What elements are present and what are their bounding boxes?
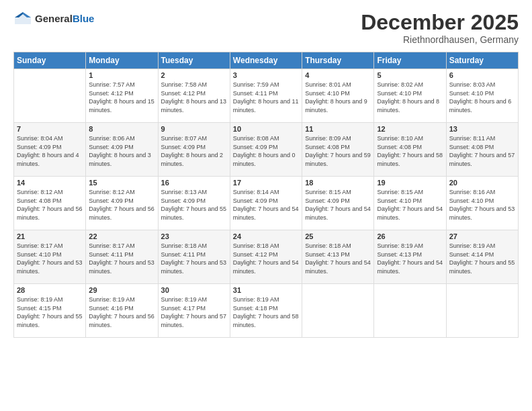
table-row: 28 Sunrise: 8:19 AMSunset: 4:15 PMDaylig… bbox=[14, 284, 86, 338]
table-row: 16 Sunrise: 8:13 AMSunset: 4:09 PMDaylig… bbox=[158, 177, 230, 230]
col-monday: Monday bbox=[86, 52, 158, 69]
table-row: 25 Sunrise: 8:18 AMSunset: 4:13 PMDaylig… bbox=[302, 230, 374, 284]
table-row bbox=[14, 69, 86, 123]
day-number: 25 bbox=[305, 232, 371, 240]
day-info: Sunrise: 8:03 AMSunset: 4:10 PMDaylight:… bbox=[449, 81, 515, 114]
day-info: Sunrise: 8:04 AMSunset: 4:09 PMDaylight:… bbox=[17, 134, 83, 168]
day-number: 1 bbox=[89, 71, 154, 79]
day-number: 4 bbox=[305, 71, 371, 79]
table-row: 30 Sunrise: 8:19 AMSunset: 4:17 PMDaylig… bbox=[158, 284, 230, 338]
day-number: 22 bbox=[89, 232, 154, 240]
day-info: Sunrise: 8:09 AMSunset: 4:08 PMDaylight:… bbox=[305, 134, 371, 168]
day-info: Sunrise: 8:08 AMSunset: 4:09 PMDaylight:… bbox=[233, 134, 299, 168]
table-row: 8 Sunrise: 8:06 AMSunset: 4:09 PMDayligh… bbox=[86, 123, 158, 177]
calendar-week-row: 21 Sunrise: 8:17 AMSunset: 4:10 PMDaylig… bbox=[14, 230, 519, 284]
day-number: 10 bbox=[233, 125, 299, 133]
day-info: Sunrise: 8:14 AMSunset: 4:09 PMDaylight:… bbox=[233, 188, 299, 222]
table-row: 24 Sunrise: 8:18 AMSunset: 4:12 PMDaylig… bbox=[230, 230, 302, 284]
day-info: Sunrise: 8:07 AMSunset: 4:09 PMDaylight:… bbox=[161, 134, 227, 168]
title-block: December 2025 Riethnordhausen, Germany bbox=[361, 11, 519, 45]
day-number: 24 bbox=[233, 232, 299, 240]
table-row bbox=[302, 284, 374, 338]
table-row bbox=[374, 284, 446, 338]
col-friday: Friday bbox=[374, 52, 446, 69]
day-info: Sunrise: 8:12 AMSunset: 4:09 PMDaylight:… bbox=[89, 188, 154, 222]
day-number: 12 bbox=[377, 125, 443, 133]
day-info: Sunrise: 7:57 AMSunset: 4:12 PMDaylight:… bbox=[89, 81, 154, 114]
day-info: Sunrise: 8:17 AMSunset: 4:10 PMDaylight:… bbox=[17, 242, 83, 275]
day-info: Sunrise: 8:02 AMSunset: 4:10 PMDaylight:… bbox=[377, 81, 443, 114]
day-info: Sunrise: 8:19 AMSunset: 4:16 PMDaylight:… bbox=[89, 295, 154, 329]
logo-blue: Blue bbox=[73, 13, 95, 24]
logo: General Blue bbox=[13, 11, 94, 26]
day-number: 20 bbox=[449, 179, 515, 187]
day-info: Sunrise: 8:01 AMSunset: 4:10 PMDaylight:… bbox=[305, 81, 371, 114]
day-number: 30 bbox=[161, 286, 227, 294]
day-info: Sunrise: 8:06 AMSunset: 4:09 PMDaylight:… bbox=[89, 134, 154, 168]
day-info: Sunrise: 8:17 AMSunset: 4:11 PMDaylight:… bbox=[89, 242, 154, 275]
table-row: 7 Sunrise: 8:04 AMSunset: 4:09 PMDayligh… bbox=[14, 123, 86, 177]
table-row: 20 Sunrise: 8:16 AMSunset: 4:10 PMDaylig… bbox=[446, 177, 518, 230]
day-number: 13 bbox=[449, 125, 515, 133]
table-row bbox=[446, 284, 518, 338]
col-tuesday: Tuesday bbox=[158, 52, 230, 69]
day-number: 26 bbox=[377, 232, 443, 240]
calendar-week-row: 28 Sunrise: 8:19 AMSunset: 4:15 PMDaylig… bbox=[14, 284, 519, 338]
table-row: 1 Sunrise: 7:57 AMSunset: 4:12 PMDayligh… bbox=[86, 69, 158, 123]
day-info: Sunrise: 8:18 AMSunset: 4:13 PMDaylight:… bbox=[305, 242, 371, 275]
day-number: 27 bbox=[449, 232, 515, 240]
day-number: 11 bbox=[305, 125, 371, 133]
day-number: 3 bbox=[233, 71, 299, 79]
table-row: 12 Sunrise: 8:10 AMSunset: 4:08 PMDaylig… bbox=[374, 123, 446, 177]
day-info: Sunrise: 8:19 AMSunset: 4:15 PMDaylight:… bbox=[17, 295, 83, 329]
day-info: Sunrise: 8:19 AMSunset: 4:18 PMDaylight:… bbox=[233, 295, 299, 329]
table-row: 9 Sunrise: 8:07 AMSunset: 4:09 PMDayligh… bbox=[158, 123, 230, 177]
day-number: 8 bbox=[89, 125, 154, 133]
calendar-subtitle: Riethnordhausen, Germany bbox=[361, 34, 519, 45]
day-number: 14 bbox=[17, 179, 83, 187]
calendar-week-row: 7 Sunrise: 8:04 AMSunset: 4:09 PMDayligh… bbox=[14, 123, 519, 177]
day-number: 17 bbox=[233, 179, 299, 187]
day-info: Sunrise: 8:18 AMSunset: 4:12 PMDaylight:… bbox=[233, 242, 299, 275]
col-saturday: Saturday bbox=[446, 52, 518, 69]
day-info: Sunrise: 8:15 AMSunset: 4:09 PMDaylight:… bbox=[305, 188, 371, 222]
table-row: 26 Sunrise: 8:19 AMSunset: 4:13 PMDaylig… bbox=[374, 230, 446, 284]
table-row: 29 Sunrise: 8:19 AMSunset: 4:16 PMDaylig… bbox=[86, 284, 158, 338]
calendar-week-row: 14 Sunrise: 8:12 AMSunset: 4:08 PMDaylig… bbox=[14, 177, 519, 230]
day-info: Sunrise: 8:19 AMSunset: 4:14 PMDaylight:… bbox=[449, 242, 515, 275]
day-info: Sunrise: 8:15 AMSunset: 4:10 PMDaylight:… bbox=[377, 188, 443, 222]
day-number: 5 bbox=[377, 71, 443, 79]
table-row: 11 Sunrise: 8:09 AMSunset: 4:08 PMDaylig… bbox=[302, 123, 374, 177]
table-row: 13 Sunrise: 8:11 AMSunset: 4:08 PMDaylig… bbox=[446, 123, 518, 177]
day-info: Sunrise: 8:19 AMSunset: 4:17 PMDaylight:… bbox=[161, 295, 227, 329]
logo-text-block: General Blue bbox=[35, 13, 94, 24]
header: General Blue December 2025 Riethnordhaus… bbox=[13, 11, 519, 45]
day-number: 19 bbox=[377, 179, 443, 187]
day-info: Sunrise: 7:58 AMSunset: 4:12 PMDaylight:… bbox=[161, 81, 227, 114]
table-row: 15 Sunrise: 8:12 AMSunset: 4:09 PMDaylig… bbox=[86, 177, 158, 230]
table-row: 3 Sunrise: 7:59 AMSunset: 4:11 PMDayligh… bbox=[230, 69, 302, 123]
table-row: 4 Sunrise: 8:01 AMSunset: 4:10 PMDayligh… bbox=[302, 69, 374, 123]
col-sunday: Sunday bbox=[14, 52, 86, 69]
table-row: 18 Sunrise: 8:15 AMSunset: 4:09 PMDaylig… bbox=[302, 177, 374, 230]
day-number: 29 bbox=[89, 286, 154, 294]
day-number: 15 bbox=[89, 179, 154, 187]
day-info: Sunrise: 8:13 AMSunset: 4:09 PMDaylight:… bbox=[161, 188, 227, 222]
day-info: Sunrise: 8:19 AMSunset: 4:13 PMDaylight:… bbox=[377, 242, 443, 275]
table-row: 31 Sunrise: 8:19 AMSunset: 4:18 PMDaylig… bbox=[230, 284, 302, 338]
table-row: 23 Sunrise: 8:18 AMSunset: 4:11 PMDaylig… bbox=[158, 230, 230, 284]
table-row: 27 Sunrise: 8:19 AMSunset: 4:14 PMDaylig… bbox=[446, 230, 518, 284]
logo-icon bbox=[13, 11, 32, 26]
day-info: Sunrise: 8:11 AMSunset: 4:08 PMDaylight:… bbox=[449, 134, 515, 168]
calendar-title: December 2025 bbox=[361, 11, 519, 34]
day-number: 23 bbox=[161, 232, 227, 240]
table-row: 14 Sunrise: 8:12 AMSunset: 4:08 PMDaylig… bbox=[14, 177, 86, 230]
day-number: 31 bbox=[233, 286, 299, 294]
day-number: 7 bbox=[17, 125, 83, 133]
table-row: 17 Sunrise: 8:14 AMSunset: 4:09 PMDaylig… bbox=[230, 177, 302, 230]
day-number: 18 bbox=[305, 179, 371, 187]
logo-general: General bbox=[35, 13, 73, 24]
page: General Blue December 2025 Riethnordhaus… bbox=[0, 0, 532, 411]
table-row: 19 Sunrise: 8:15 AMSunset: 4:10 PMDaylig… bbox=[374, 177, 446, 230]
day-number: 28 bbox=[17, 286, 83, 294]
